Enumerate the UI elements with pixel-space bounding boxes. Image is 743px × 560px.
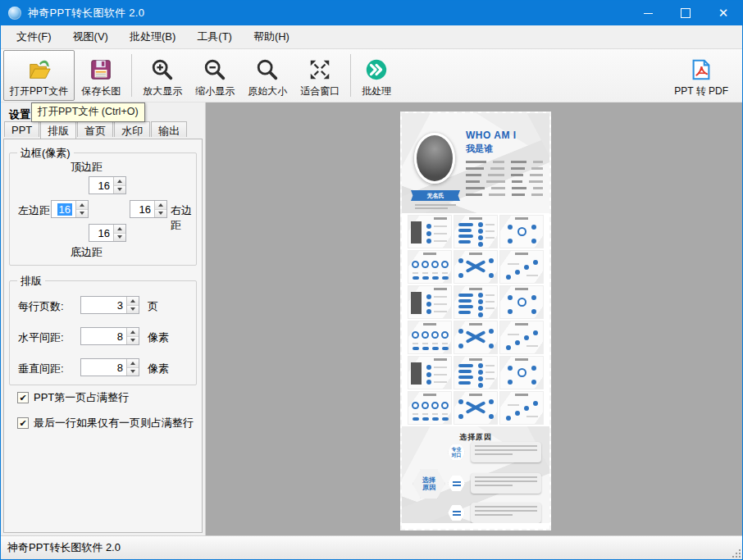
- slide-thumbnail-15: [499, 356, 544, 389]
- ppt-to-pdf-button[interactable]: PPT 转 PDF: [668, 50, 735, 101]
- toolbar-button-zoom-out[interactable]: 缩小显示: [189, 50, 241, 101]
- layout-row-spinner[interactable]: 8: [80, 358, 139, 376]
- layout-spin-2-field[interactable]: 8: [80, 358, 139, 376]
- spin-top-field[interactable]: 16: [89, 176, 126, 194]
- spinner-down-button[interactable]: [76, 209, 88, 218]
- menu-item-3[interactable]: 批处理(B): [119, 25, 186, 48]
- spinner-down-button[interactable]: [127, 305, 139, 314]
- toolbar-button-save-floppy[interactable]: 保存长图: [75, 50, 127, 101]
- border-groupbox: 边框(像素) 顶边距 16 左边距 16 16 右边距 16 底边距: [9, 153, 197, 266]
- spinner-down-button[interactable]: [127, 367, 139, 376]
- slide-thumbnail-14: [454, 356, 498, 389]
- toolbar-button-open-folder[interactable]: 打开PPT文件: [3, 50, 75, 101]
- left-margin-spinner[interactable]: 16: [51, 200, 89, 218]
- slide-thumbnail-grid: [408, 215, 544, 425]
- slide-thumbnail-13: [408, 356, 452, 389]
- toolbar-button-zoom-in[interactable]: 放大显示: [136, 50, 189, 101]
- menu-item-1[interactable]: 文件(F): [6, 25, 62, 48]
- spin-bottom-field[interactable]: 16: [89, 224, 126, 242]
- menu-item-4[interactable]: 工具(T): [186, 25, 243, 48]
- toolbar-separator: [131, 54, 132, 97]
- ribbon-subtext-lines: [415, 204, 456, 211]
- maximize-button[interactable]: [667, 1, 704, 25]
- spinner-up-button[interactable]: [127, 359, 139, 367]
- checkbox-checked-icon[interactable]: ✔: [17, 417, 29, 429]
- spinner-buttons: [113, 225, 125, 241]
- tab-输出[interactable]: 输出: [151, 121, 187, 137]
- toolbar-button-fit-window[interactable]: 适合窗口: [294, 50, 346, 101]
- spinner-value[interactable]: 8: [81, 359, 126, 376]
- bottom-margin-spinner[interactable]: 16: [89, 224, 126, 242]
- text-block-2: [471, 473, 541, 494]
- toolbar-button-zoom-original[interactable]: 原始大小: [241, 50, 294, 101]
- top-margin-spinner[interactable]: 16: [89, 176, 126, 194]
- status-text: 神奇PPT转长图软件 2.0: [7, 540, 121, 555]
- toolbar-button-label: 批处理: [362, 84, 391, 98]
- right-margin-spinner[interactable]: 16: [130, 200, 167, 218]
- border-group-title: 边框(像素): [17, 146, 74, 161]
- layout-spin-0-field[interactable]: 3: [80, 296, 139, 314]
- spinner-up-button[interactable]: [114, 177, 125, 185]
- spinner-up-button[interactable]: [127, 297, 139, 305]
- long-image-preview[interactable]: 无名氏 WHO AM I 我是谁 选择原因 选择原因 专业对口: [400, 112, 551, 530]
- spinner-up-button[interactable]: [76, 201, 88, 209]
- portrait-avatar: [414, 133, 455, 184]
- minimize-button[interactable]: [629, 1, 667, 25]
- spin-left-field[interactable]: 16: [51, 200, 89, 218]
- bottom-slide-hexagon: 选择原因: [413, 469, 445, 499]
- spinner-down-button[interactable]: [127, 336, 139, 345]
- spinner-value[interactable]: 8: [81, 328, 126, 344]
- spin-right-field[interactable]: 16: [130, 200, 167, 218]
- spinner-up-button[interactable]: [155, 201, 166, 209]
- menu-item-2[interactable]: 视图(V): [62, 25, 119, 48]
- slide-thumbnail-9: [499, 285, 544, 319]
- preview-area[interactable]: 无名氏 WHO AM I 我是谁 选择原因 选择原因 专业对口: [206, 102, 742, 535]
- hexagon-item-1: 专业对口: [448, 444, 465, 460]
- layout-row-spinner[interactable]: 3: [80, 296, 139, 314]
- bottom-slide: 选择原因 选择原因 专业对口: [402, 426, 549, 523]
- spinner-value[interactable]: 16: [130, 201, 154, 217]
- window-controls: ✕: [629, 1, 742, 25]
- toolbar-button-batch-process[interactable]: 批处理: [355, 50, 398, 101]
- tab-排版[interactable]: 排版: [40, 121, 76, 139]
- slide-thumbnail-7: [408, 285, 452, 319]
- checkbox-checked-icon[interactable]: ✔: [17, 392, 29, 403]
- spinner-up-button[interactable]: [127, 328, 139, 336]
- layout-spin-1-field[interactable]: 8: [80, 327, 139, 345]
- toolbar-button-label: 适合窗口: [300, 84, 340, 98]
- resize-grip[interactable]: [731, 548, 741, 558]
- toolbar-button-label: 打开PPT文件: [10, 84, 68, 98]
- checkbox-2[interactable]: ✔最后一行如果仅有一页则占满整行: [17, 416, 194, 430]
- checkbox-1[interactable]: ✔PPT第一页占满整行: [17, 390, 129, 405]
- slide-thumbnail-11: [454, 321, 498, 354]
- toolbar-left-group: 打开PPT文件保存长图放大显示缩小显示原始大小适合窗口批处理: [3, 50, 398, 101]
- menu-bar: 文件(F)视图(V)批处理(B)工具(T)帮助(H): [1, 25, 742, 49]
- title-bar: 神奇PPT转长图软件 2.0 ✕: [1, 1, 742, 25]
- tab-首页[interactable]: 首页: [77, 121, 113, 137]
- toolbar-button-label: 原始大小: [248, 84, 287, 98]
- spinner-value[interactable]: 3: [81, 297, 126, 313]
- spinner-down-button[interactable]: [155, 209, 166, 218]
- top-margin-label: 顶边距: [10, 160, 163, 175]
- spinner-down-button[interactable]: [114, 185, 125, 194]
- spinner-down-button[interactable]: [114, 233, 125, 242]
- spinner-value[interactable]: 16: [89, 177, 113, 193]
- close-icon: ✕: [718, 6, 729, 20]
- spinner-buttons: [154, 201, 166, 217]
- slide-thumbnail-10: [408, 321, 452, 354]
- layout-row-unit: 像素: [148, 362, 169, 376]
- tab-水印[interactable]: 水印: [114, 121, 150, 137]
- pdf-icon: [688, 57, 714, 83]
- slide-thumbnail-2: [454, 215, 498, 248]
- app-window: 神奇PPT转长图软件 2.0 ✕ 文件(F)视图(V)批处理(B)工具(T)帮助…: [0, 0, 743, 560]
- spinner-value[interactable]: 16: [89, 225, 113, 241]
- tab-PPT[interactable]: PPT: [4, 121, 39, 137]
- app-logo-icon: [8, 7, 21, 20]
- menu-item-5[interactable]: 帮助(H): [243, 25, 300, 48]
- spinner-value[interactable]: 16: [52, 201, 75, 217]
- spinner-buttons: [126, 328, 139, 344]
- minimize-icon: [644, 13, 653, 14]
- spinner-up-button[interactable]: [114, 225, 125, 233]
- close-button[interactable]: ✕: [704, 1, 742, 25]
- layout-row-spinner[interactable]: 8: [80, 327, 139, 345]
